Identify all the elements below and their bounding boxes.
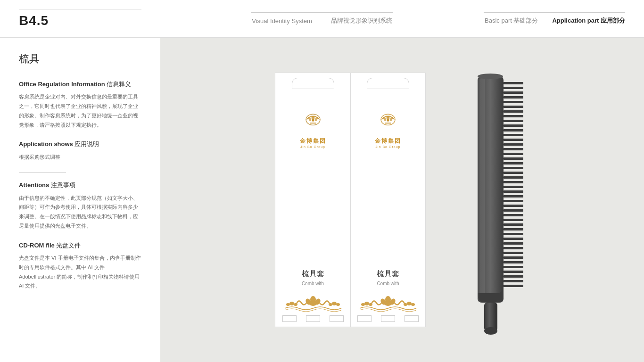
- pkg-logo-left: 金博集团 Jin Bo Group: [300, 112, 326, 148]
- vi-label-cn: 品牌视觉形象识别系统: [331, 16, 392, 25]
- section-title-office: Office Regulation Information 信息释义: [19, 80, 141, 89]
- svg-rect-37: [504, 96, 523, 99]
- svg-rect-60: [504, 205, 523, 207]
- svg-rect-44: [504, 129, 523, 132]
- header-right-line: [484, 12, 625, 13]
- pkg-bottom-tabs-right: [357, 315, 419, 322]
- svg-point-10: [294, 303, 297, 306]
- section-title-attentions: Attentions 注意事项: [19, 181, 141, 189]
- svg-rect-77: [504, 285, 523, 287]
- header-center: Visual Identity System 品牌视觉形象识别系统: [179, 12, 465, 25]
- svg-rect-75: [504, 275, 523, 278]
- svg-rect-74: [504, 271, 523, 273]
- svg-rect-46: [504, 139, 523, 141]
- section-title-cdrom: CD-ROM file 光盘文件: [19, 241, 141, 250]
- pkg-tab-r2: [381, 315, 395, 322]
- svg-rect-66: [504, 233, 523, 235]
- svg-point-79: [484, 327, 497, 335]
- logo-svg-left: [301, 112, 325, 135]
- header: B4.5 Visual Identity System 品牌视觉形象识别系统 B…: [0, 0, 644, 38]
- header-right: Basic part 基础部分 Application part 应用部分: [465, 12, 625, 25]
- section-title-application: Application shows 应用说明: [19, 140, 141, 148]
- svg-rect-72: [504, 261, 523, 263]
- svg-point-4: [312, 119, 314, 122]
- svg-rect-36: [504, 91, 523, 94]
- svg-point-15: [336, 303, 340, 306]
- svg-rect-57: [504, 190, 523, 193]
- header-left: B4.5: [19, 9, 179, 28]
- svg-rect-50: [504, 157, 523, 160]
- svg-rect-51: [504, 162, 523, 165]
- section-office-regulation: Office Regulation Information 信息释义 客房系统是…: [19, 80, 141, 130]
- main-layout: 梳具 Office Regulation Information 信息释义 客房…: [0, 38, 644, 362]
- pkg-brand-cn-right: 金博集团: [375, 137, 401, 145]
- svg-rect-73: [504, 266, 523, 268]
- svg-rect-55: [504, 181, 523, 183]
- svg-rect-63: [504, 219, 523, 221]
- svg-rect-76: [504, 280, 523, 282]
- svg-point-80: [478, 74, 503, 79]
- packaging-container: 金博集团 Jin Bo Group 梳具套 Comb with: [275, 73, 426, 327]
- pkg-tab-l3: [330, 315, 344, 322]
- svg-rect-53: [504, 172, 523, 174]
- application-part-label: Application part 应用部分: [552, 16, 625, 25]
- svg-rect-54: [504, 176, 523, 179]
- ornament-svg-left: [282, 294, 344, 312]
- pkg-title-cn-left: 梳具套: [302, 269, 324, 279]
- header-right-labels: Basic part 基础部分 Application part 应用部分: [485, 16, 625, 25]
- basic-part-label: Basic part 基础部分: [485, 16, 538, 25]
- svg-rect-68: [504, 242, 523, 245]
- svg-rect-34: [504, 82, 523, 84]
- svg-rect-38: [504, 101, 523, 103]
- section-application: Application shows 应用说明 根据采购形式调整: [19, 140, 141, 162]
- pkg-bottom-tabs-left: [282, 315, 344, 322]
- svg-point-20: [387, 119, 389, 122]
- svg-rect-62: [504, 214, 523, 216]
- svg-rect-41: [504, 115, 523, 117]
- svg-rect-40: [504, 110, 523, 113]
- svg-point-28: [361, 303, 365, 306]
- sidebar-divider: [19, 172, 66, 173]
- svg-point-13: [329, 303, 332, 306]
- svg-rect-78: [484, 303, 497, 331]
- vi-label: Visual Identity System: [252, 17, 312, 25]
- svg-rect-65: [504, 228, 523, 230]
- pkg-tab-r3: [405, 315, 419, 322]
- comb-illustration: [463, 62, 529, 337]
- section-body-office: 客房系统是企业对内、对外交换信息的最重要的工具之一，它同时也代表了企业的精神风貌…: [19, 92, 141, 130]
- sidebar: 梳具 Office Regulation Information 信息释义 客房…: [0, 38, 160, 362]
- svg-rect-52: [504, 167, 523, 169]
- svg-rect-59: [504, 200, 523, 202]
- svg-rect-21: [385, 123, 391, 123]
- svg-point-12: [286, 303, 290, 306]
- section-cdrom: CD-ROM file 光盘文件 光盘文件是本 VI 手册电子文件的集合，内含手…: [19, 241, 141, 291]
- package-box-right: 金博集团 Jin Bo Group 梳具套 Comb with: [350, 73, 426, 327]
- svg-point-29: [404, 303, 407, 306]
- pkg-brand-en-left: Jin Bo Group: [300, 145, 325, 148]
- svg-point-30: [407, 302, 412, 305]
- svg-rect-71: [504, 256, 523, 259]
- svg-rect-56: [504, 186, 523, 188]
- pkg-ornament-right: [355, 294, 421, 313]
- pkg-title-en-right: Comb with: [377, 281, 399, 286]
- svg-rect-42: [504, 120, 523, 122]
- pkg-title-en-left: Comb with: [302, 281, 324, 286]
- svg-rect-61: [504, 209, 523, 212]
- svg-rect-58: [504, 195, 523, 197]
- pkg-tab-l1: [282, 315, 297, 322]
- svg-rect-70: [504, 252, 523, 254]
- package-box-left: 金博集团 Jin Bo Group 梳具套 Comb with: [275, 73, 350, 327]
- pkg-brand-en-right: Jin Bo Group: [376, 145, 401, 148]
- header-center-labels: Visual Identity System 品牌视觉形象识别系统: [252, 16, 392, 25]
- header-center-line: [251, 12, 393, 13]
- svg-point-26: [369, 303, 372, 306]
- svg-rect-35: [504, 87, 523, 89]
- pkg-top-left: [292, 78, 334, 89]
- pkg-top-right: [367, 78, 409, 89]
- pkg-tab-l2: [306, 315, 320, 322]
- svg-point-31: [411, 303, 415, 306]
- comb-svg: [463, 62, 529, 336]
- content-area: 金博集团 Jin Bo Group 梳具套 Comb with: [160, 38, 644, 362]
- sidebar-title: 梳具: [19, 52, 141, 66]
- svg-rect-45: [504, 134, 523, 136]
